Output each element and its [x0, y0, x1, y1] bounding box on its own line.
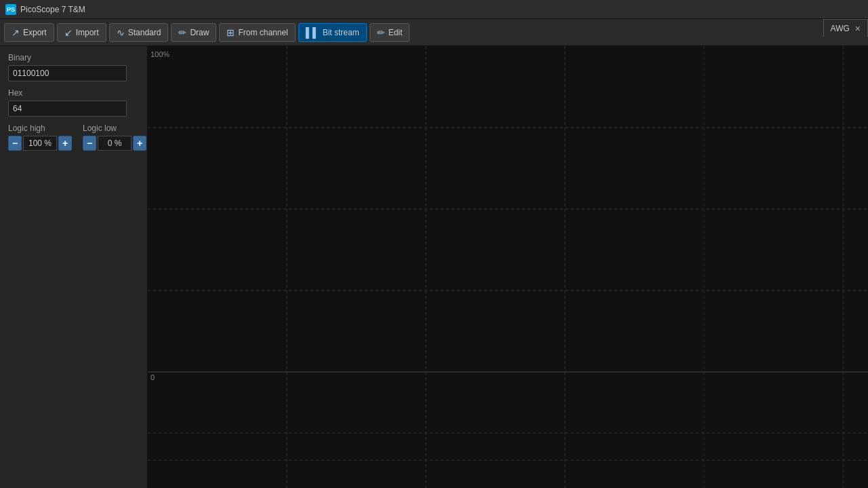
from-channel-label: From channel	[238, 28, 288, 37]
awg-close-button[interactable]: ×	[855, 24, 861, 33]
logic-high-group: Logic high − 100 % +	[8, 124, 72, 151]
binary-label: Binary	[8, 53, 139, 62]
logic-high-increment[interactable]: +	[58, 136, 72, 151]
export-label: Export	[23, 28, 47, 37]
awg-tab-label: AWG	[831, 24, 850, 33]
draw-label: Draw	[190, 28, 209, 37]
edit-label: Edit	[389, 28, 403, 37]
logic-low-group: Logic low − 0 % +	[83, 124, 146, 151]
import-icon: ↙	[64, 27, 73, 38]
awg-tab[interactable]: AWG ×	[823, 19, 868, 37]
decrement-icon: −	[12, 138, 18, 148]
bit-stream-label: Bit stream	[323, 28, 359, 37]
increment-icon-low: +	[137, 138, 142, 148]
import-button[interactable]: ↙ Import	[57, 23, 106, 42]
standard-label: Standard	[128, 28, 161, 37]
from-channel-button[interactable]: ⊞ From channel	[219, 23, 295, 42]
logic-row: Logic high − 100 % + Logic low −	[8, 124, 139, 151]
edit-button[interactable]: ✏ Edit	[370, 23, 410, 42]
export-button[interactable]: ↗ Export	[4, 23, 54, 42]
draw-icon: ✏	[178, 27, 186, 38]
bit-stream-button[interactable]: ▌▌ Bit stream	[298, 23, 367, 42]
logic-low-value: 0 %	[98, 136, 132, 151]
logic-high-stepper: − 100 % +	[8, 136, 72, 151]
chart-grid	[148, 46, 868, 488]
draw-button[interactable]: ✏ Draw	[171, 23, 216, 42]
logic-low-stepper: − 0 % +	[83, 136, 146, 151]
hex-input[interactable]	[8, 100, 127, 117]
bit-stream-icon: ▌▌	[306, 27, 319, 38]
import-label: Import	[76, 28, 99, 37]
main-layout: Binary Hex Logic high − 100 % + Logic lo…	[0, 46, 868, 488]
increment-icon: +	[62, 138, 68, 148]
decrement-icon-low: −	[87, 138, 92, 148]
app-icon: PS	[5, 4, 16, 15]
title-bar: PS PicoScope 7 T&M	[0, 0, 868, 19]
export-icon: ↗	[12, 27, 20, 38]
toolbar: ↗ Export ↙ Import ∿ Standard ✏ Draw ⊞ Fr…	[0, 19, 868, 46]
app-title: PicoScope 7 T&M	[20, 5, 85, 14]
left-panel: Binary Hex Logic high − 100 % + Logic lo…	[0, 46, 148, 488]
chart-area: 100% 0	[148, 46, 868, 488]
from-channel-icon: ⊞	[226, 27, 235, 38]
logic-high-decrement[interactable]: −	[8, 136, 22, 151]
logic-low-increment[interactable]: +	[133, 136, 146, 151]
edit-icon: ✏	[377, 27, 385, 38]
logic-high-value: 100 %	[23, 136, 57, 151]
standard-button[interactable]: ∿ Standard	[109, 23, 169, 42]
hex-label: Hex	[8, 88, 139, 98]
logic-high-label: Logic high	[8, 124, 72, 133]
standard-icon: ∿	[117, 27, 125, 38]
chart-bottom-label: 0	[151, 373, 155, 381]
logic-low-decrement[interactable]: −	[83, 136, 96, 151]
chart-top-label: 100%	[151, 50, 170, 58]
binary-input[interactable]	[8, 65, 127, 81]
logic-low-label: Logic low	[83, 124, 146, 133]
